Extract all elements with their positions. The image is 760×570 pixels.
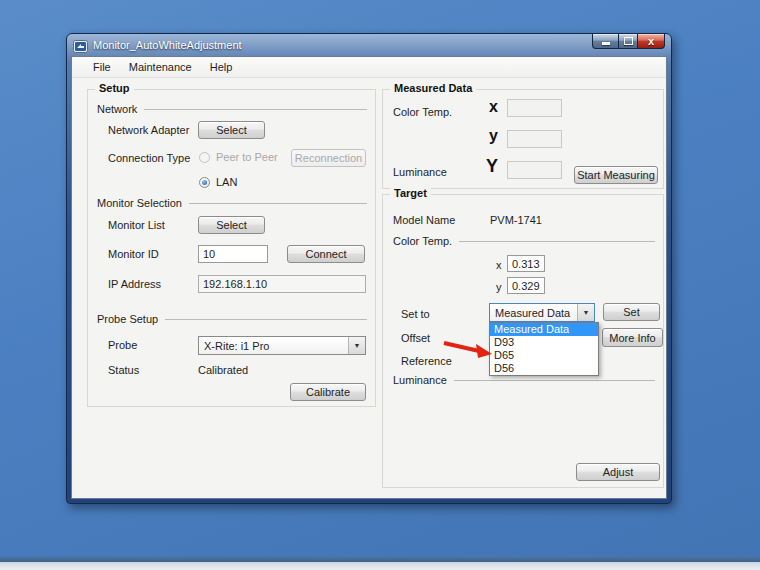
luminance-label: Luminance	[393, 166, 447, 178]
menu-help[interactable]: Help	[201, 59, 242, 75]
menu-bar: File Maintenance Help	[72, 57, 666, 78]
model-name-value: PVM-1741	[490, 214, 542, 226]
minimize-button[interactable]	[592, 34, 619, 49]
monitor-list-label: Monitor List	[108, 219, 165, 231]
network-section-header: Network	[97, 103, 367, 115]
set-to-dropdown-list: Measured Data D93 D65 D56	[489, 322, 599, 376]
measured-x-field[interactable]	[507, 99, 562, 117]
minimize-icon	[602, 42, 610, 45]
offset-label: Offset	[401, 332, 430, 344]
measured-Y-field[interactable]	[507, 161, 562, 179]
measured-y-label: y	[489, 127, 498, 145]
dropdown-option-measured-data[interactable]: Measured Data	[490, 323, 598, 336]
set-button[interactable]: Set	[603, 303, 660, 321]
measured-Y-label: Y	[486, 156, 498, 177]
client-area: Setup Network Network Adapter Select Con…	[72, 78, 666, 499]
target-x-label: x	[496, 259, 502, 271]
titlebar[interactable]: Monitor_AutoWhiteAdjustment x	[67, 34, 671, 56]
dropdown-option-d93[interactable]: D93	[490, 336, 598, 349]
dropdown-option-d65[interactable]: D65	[490, 349, 598, 362]
probe-combo-arrow-box[interactable]: ▼	[348, 337, 365, 354]
app-window: Monitor_AutoWhiteAdjustment x File Maint…	[66, 33, 672, 504]
network-adapter-select-button[interactable]: Select	[198, 121, 265, 139]
probe-setup-section-header: Probe Setup	[97, 313, 367, 325]
network-section-label: Network	[97, 103, 137, 115]
connection-type-label: Connection Type	[108, 152, 190, 164]
set-to-combobox[interactable]: Measured Data ▼	[489, 303, 595, 322]
status-label: Status	[108, 364, 139, 376]
more-info-button[interactable]: More Info	[602, 328, 663, 347]
peer-to-peer-label: Peer to Peer	[216, 151, 278, 163]
red-arrow-icon	[441, 338, 493, 360]
window-body: File Maintenance Help Setup Network Netw…	[71, 56, 667, 499]
target-color-temp-label: Color Temp.	[393, 235, 452, 247]
close-button[interactable]: x	[637, 34, 665, 49]
target-y-label: y	[496, 281, 502, 293]
ip-address-label: IP Address	[108, 278, 161, 290]
target-luminance-label: Luminance	[393, 374, 447, 386]
probe-combobox-value: X-Rite: i1 Pro	[204, 340, 269, 352]
monitor-selection-section-header: Monitor Selection	[97, 197, 367, 209]
peer-to-peer-radio[interactable]	[199, 152, 210, 163]
probe-setup-label: Probe Setup	[97, 313, 158, 325]
probe-label: Probe	[108, 339, 137, 351]
set-to-combo-arrow-box[interactable]: ▼	[577, 304, 594, 321]
target-x-field[interactable]	[507, 255, 545, 272]
monitor-list-select-button[interactable]: Select	[198, 216, 265, 234]
set-to-combobox-value: Measured Data	[495, 307, 570, 319]
caption-buttons: x	[592, 34, 665, 49]
monitor-selection-label: Monitor Selection	[97, 197, 182, 209]
target-group: Target Model Name PVM-1741 Color Temp. x…	[382, 194, 664, 488]
menu-file[interactable]: File	[84, 59, 120, 75]
target-color-temp-header: Color Temp.	[393, 235, 655, 247]
monitor-id-label: Monitor ID	[108, 248, 159, 260]
measured-data-group: Measured Data Color Temp. x y Luminance …	[382, 89, 664, 189]
status-value: Calibrated	[198, 364, 248, 376]
network-adapter-label: Network Adapter	[108, 124, 189, 136]
chevron-down-icon: ▼	[354, 342, 361, 349]
chevron-down-icon: ▼	[583, 309, 590, 316]
measured-y-field[interactable]	[507, 130, 562, 148]
setup-group: Setup Network Network Adapter Select Con…	[87, 89, 376, 407]
lan-label: LAN	[216, 176, 237, 188]
measured-data-group-title: Measured Data	[390, 82, 476, 94]
set-to-label: Set to	[401, 308, 430, 320]
measured-color-temp-label: Color Temp.	[393, 106, 452, 118]
start-measuring-button[interactable]: Start Measuring	[574, 166, 658, 184]
maximize-icon	[624, 37, 633, 45]
window-title: Monitor_AutoWhiteAdjustment	[93, 39, 242, 51]
target-y-field[interactable]	[507, 277, 545, 294]
dropdown-option-d56[interactable]: D56	[490, 362, 598, 375]
adjust-button[interactable]: Adjust	[576, 463, 660, 481]
measured-x-label: x	[489, 98, 498, 116]
calibrate-button[interactable]: Calibrate	[290, 383, 366, 401]
lan-radio[interactable]	[199, 177, 210, 188]
model-name-label: Model Name	[393, 214, 455, 226]
photo-edge-strip	[0, 562, 760, 570]
setup-group-title: Setup	[95, 82, 134, 94]
app-icon	[73, 39, 88, 52]
target-group-title: Target	[390, 187, 431, 199]
monitor-id-input[interactable]	[198, 245, 268, 263]
probe-combobox[interactable]: X-Rite: i1 Pro ▼	[198, 336, 366, 355]
connect-button[interactable]: Connect	[287, 245, 365, 263]
maximize-button[interactable]	[619, 34, 637, 49]
close-icon: x	[648, 35, 654, 48]
reconnection-button[interactable]: Reconnection	[291, 149, 366, 167]
ip-address-field[interactable]	[198, 275, 366, 293]
menu-maintenance[interactable]: Maintenance	[120, 59, 201, 75]
